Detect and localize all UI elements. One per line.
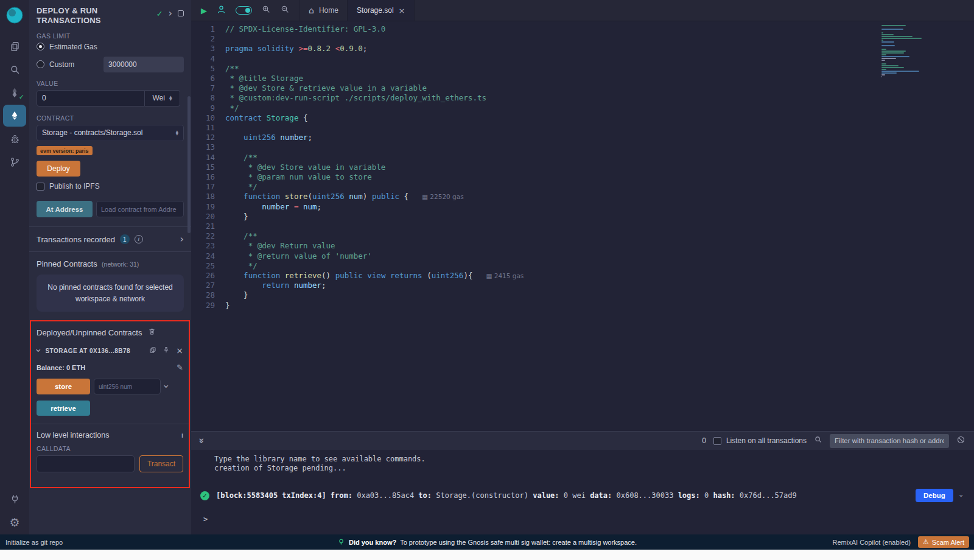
at-address-button[interactable]: At Address <box>37 201 93 217</box>
custom-gas-input[interactable] <box>103 57 184 72</box>
spinner-down-icon[interactable]: ▼ <box>169 98 172 100</box>
panel-check-icon: ✓ <box>156 9 163 18</box>
panel-title: DEPLOY & RUN TRANSACTIONS <box>37 6 128 26</box>
debug-button[interactable]: Debug <box>916 489 953 502</box>
zoom-in-icon[interactable] <box>261 4 271 16</box>
code-line: 4 <box>191 54 974 64</box>
pinned-contracts-header: Pinned Contracts (network: 31) <box>37 259 184 268</box>
code-line: 15 * @dev Store value in variable <box>191 163 974 172</box>
terminal-content[interactable]: Type the library name to see available c… <box>191 450 974 534</box>
remove-instance-icon[interactable]: × <box>176 346 183 355</box>
zoom-out-icon[interactable] <box>280 4 290 16</box>
did-you-know-tip: Did you know? To prototype using the Gno… <box>0 538 974 546</box>
contract-instance-header[interactable]: › STORAGE AT 0X136...8B78 × <box>37 346 183 355</box>
plugin-manager-icon[interactable] <box>3 488 26 510</box>
terminal-search-icon[interactable] <box>814 435 822 446</box>
value-input[interactable] <box>37 90 145 107</box>
transactions-recorded-label: Transactions recorded <box>37 235 115 244</box>
remix-logo[interactable] <box>4 5 25 26</box>
code-line: 7 * @dev Store & retrieve value in a var… <box>191 83 974 93</box>
info-icon[interactable]: i <box>135 235 143 243</box>
solidity-compiler-icon[interactable]: ✓ <box>3 82 26 103</box>
terminal-lines: Type the library name to see available c… <box>191 455 974 473</box>
editor-tabbar: ▶ ⌂ Home Storage.sol × <box>191 0 974 21</box>
custom-gas-radio[interactable] <box>37 60 44 68</box>
retrieve-function-button[interactable]: retrieve <box>37 401 90 416</box>
panel-header: DEPLOY & RUN TRANSACTIONS ✓ › <box>37 6 184 26</box>
instance-collapse-icon[interactable]: › <box>33 349 43 352</box>
source-control-icon[interactable] <box>3 151 26 173</box>
copilot-toggle[interactable] <box>236 6 252 15</box>
git-init-button[interactable]: Initialize as git repo <box>0 539 63 546</box>
code-line: 20 } <box>191 212 974 222</box>
terminal-prompt[interactable]: > <box>191 515 974 524</box>
code-editor[interactable]: 1// SPDX-License-Identifier: GPL-3.023pr… <box>191 21 974 431</box>
panel-chevron-icon[interactable]: › <box>169 9 172 18</box>
code-line: 9 */ <box>191 103 974 113</box>
main-area: ▶ ⌂ Home Storage.sol × <box>191 0 974 534</box>
minimap[interactable] <box>881 25 924 77</box>
terminal-tx-count: 0 <box>702 436 706 445</box>
store-argument-input[interactable] <box>94 379 161 394</box>
store-function-button[interactable]: store <box>37 379 90 394</box>
code-line: 3pragma solidity >=0.8.2 <0.9.0; <box>191 44 974 54</box>
deploy-button[interactable]: Deploy <box>37 161 80 177</box>
calldata-input[interactable] <box>37 455 135 472</box>
gas-limit-label: GAS LIMIT <box>37 32 184 40</box>
listen-all-checkbox[interactable] <box>713 437 721 445</box>
run-script-icon[interactable]: ▶ <box>201 6 207 15</box>
tx-expand-icon[interactable]: › <box>957 494 966 497</box>
code-line: 1// SPDX-License-Identifier: GPL-3.0 <box>191 24 974 34</box>
remixai-icon[interactable] <box>216 4 226 17</box>
code-line: 19 number = num; <box>191 202 974 212</box>
remix-ide-window: ✓ ⚙ DEPLOY & RUN TRANSACTIONS ✓ › GA <box>0 0 974 560</box>
copilot-status[interactable]: RemixAI Copilot (enabled) <box>833 539 911 546</box>
code-line: 18 function store(uint256 num) public {▦… <box>191 192 974 201</box>
calldata-label: CALLDATA <box>37 445 183 452</box>
value-label: VALUE <box>37 80 184 87</box>
code-line: 6 * @title Storage <box>191 74 974 83</box>
code-line: 24 * @return value of 'number' <box>191 251 974 261</box>
trash-icon[interactable] <box>148 327 156 337</box>
transact-button[interactable]: Transact <box>139 455 183 472</box>
code-line: 13 <box>191 142 974 152</box>
code-line: 23 * @dev Return value <box>191 241 974 251</box>
window-bottom-strip <box>0 550 974 560</box>
tab-storage-sol[interactable]: Storage.sol × <box>348 0 415 21</box>
debugger-icon[interactable] <box>3 128 26 150</box>
tab-close-icon[interactable]: × <box>399 6 405 15</box>
pin-contract-icon[interactable] <box>163 346 170 355</box>
copy-address-icon[interactable] <box>149 346 156 355</box>
deployed-contracts-header: Deployed/Unpinned Contracts <box>37 327 183 337</box>
tab-home[interactable]: ⌂ Home <box>300 0 348 21</box>
balance-label: Balance: 0 ETH <box>37 364 85 371</box>
publish-ipfs-checkbox[interactable] <box>37 183 44 191</box>
evm-version-badge: evm version: paris <box>37 146 93 155</box>
transactions-expand-icon[interactable]: › <box>180 234 184 244</box>
deploy-run-icon[interactable] <box>3 105 26 127</box>
code-line: 11 <box>191 123 974 133</box>
low-level-label: Low level interactions <box>37 431 110 439</box>
code-line: 2 <box>191 34 974 44</box>
settings-icon[interactable]: ⚙ <box>3 511 26 533</box>
estimated-gas-label: Estimated Gas <box>49 43 97 51</box>
low-level-info-icon[interactable]: i <box>181 432 183 439</box>
file-explorer-icon[interactable] <box>3 35 26 57</box>
search-icon[interactable] <box>3 58 26 80</box>
contract-label: CONTRACT <box>37 114 184 122</box>
clear-console-icon[interactable] <box>956 435 965 447</box>
at-address-input[interactable] <box>96 201 184 217</box>
contract-select[interactable]: Storage - contracts/Storage.sol ▲▼ <box>37 125 184 141</box>
value-unit-select[interactable]: Wei ▲▼ <box>145 90 180 107</box>
store-expand-icon[interactable]: › <box>161 385 171 388</box>
code-line: 14 /** <box>191 153 974 163</box>
transactions-recorded-row[interactable]: Transactions recorded 1 i › <box>37 234 184 244</box>
terminal-filter-input[interactable] <box>830 434 949 448</box>
estimated-gas-radio[interactable] <box>37 43 44 51</box>
tip-text: To prototype using the Gnosis safe multi… <box>400 539 637 546</box>
pin-panel-icon[interactable] <box>178 10 184 16</box>
edit-balance-icon[interactable]: ✎ <box>177 363 183 372</box>
terminal-collapse-icon[interactable]: » <box>196 438 207 444</box>
scam-alert-badge[interactable]: ⚠ Scam Alert <box>918 536 969 548</box>
panel-scrollbar[interactable] <box>187 96 191 233</box>
